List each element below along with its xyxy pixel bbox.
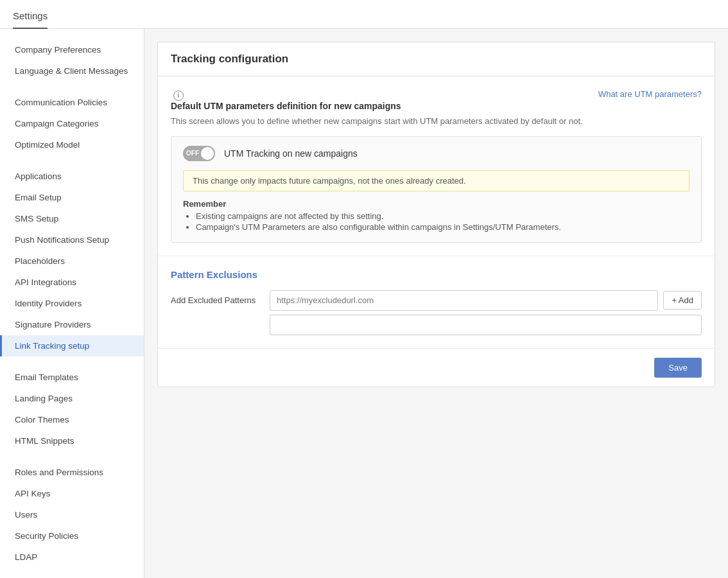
toggle-knob bbox=[201, 147, 214, 160]
sidebar-item-security-policies[interactable]: Security Policies bbox=[0, 525, 144, 547]
content-header: Tracking configuration bbox=[158, 42, 715, 76]
remember-box: Remember Existing campaigns are not affe… bbox=[183, 199, 689, 232]
utm-toggle[interactable]: OFF bbox=[183, 146, 215, 161]
sidebar: Company Preferences Language & Client Me… bbox=[0, 29, 144, 578]
sidebar-divider-3 bbox=[0, 155, 144, 166]
remember-title: Remember bbox=[183, 199, 689, 209]
sidebar-item-sms-setup[interactable]: SMS Setup bbox=[0, 208, 144, 229]
remember-item-2: Campaign's UTM Parameters are also confi… bbox=[196, 222, 689, 232]
sidebar-item-roles-and-permissions[interactable]: Roles and Permissions bbox=[0, 462, 144, 483]
info-icon: i bbox=[173, 91, 184, 101]
top-bar-title: Settings bbox=[13, 10, 48, 29]
sidebar-divider-1 bbox=[0, 29, 144, 39]
sidebar-divider-4 bbox=[0, 356, 144, 367]
toggle-off-label: OFF bbox=[186, 150, 199, 157]
content-card: Tracking configuration What are UTM para… bbox=[157, 42, 715, 387]
top-bar: Settings bbox=[0, 0, 728, 29]
toggle-text: UTM Tracking on new campaigns bbox=[224, 148, 358, 159]
sidebar-item-communication-policies[interactable]: Communication Policies bbox=[0, 92, 144, 113]
toggle-area: OFF UTM Tracking on new campaigns This c… bbox=[171, 136, 702, 243]
pattern-row: Add Excluded Patterns + Add bbox=[171, 290, 702, 335]
warning-box: This change only impacts future campaign… bbox=[183, 170, 689, 191]
sidebar-item-color-themes[interactable]: Color Themes bbox=[0, 409, 144, 430]
sidebar-divider-5 bbox=[0, 451, 144, 462]
pattern-exclusions-section: Pattern Exclusions Add Excluded Patterns… bbox=[158, 256, 715, 348]
utm-section-desc: This screen allows you to define whether… bbox=[171, 116, 702, 126]
sidebar-item-email-templates[interactable]: Email Templates bbox=[0, 367, 144, 388]
sidebar-item-landing-pages[interactable]: Landing Pages bbox=[0, 388, 144, 409]
pattern-label: Add Excluded Patterns bbox=[171, 290, 261, 305]
remember-item-1: Existing campaigns are not affected by t… bbox=[196, 211, 689, 221]
sidebar-item-html-snippets[interactable]: HTML Snippets bbox=[0, 430, 144, 451]
sidebar-item-placeholders[interactable]: Placeholders bbox=[0, 250, 144, 272]
sidebar-item-link-tracking-setup[interactable]: Link Tracking setup bbox=[0, 335, 144, 356]
utm-help-link[interactable]: What are UTM parameters? bbox=[598, 89, 702, 99]
sidebar-item-ldap[interactable]: LDAP bbox=[0, 547, 144, 568]
sidebar-item-identity-providers[interactable]: Identity Providers bbox=[0, 293, 144, 314]
sidebar-item-api-keys[interactable]: API Keys bbox=[0, 483, 144, 504]
sidebar-item-applications[interactable]: Applications bbox=[0, 166, 144, 187]
sidebar-item-company-preferences[interactable]: Company Preferences bbox=[0, 39, 144, 60]
sidebar-divider-2 bbox=[0, 82, 144, 92]
sidebar-item-language-client-messages[interactable]: Language & Client Messages bbox=[0, 60, 144, 82]
add-button[interactable]: + Add bbox=[663, 291, 702, 310]
sidebar-item-api-integrations[interactable]: API Integrations bbox=[0, 272, 144, 293]
pattern-inputs: + Add bbox=[270, 290, 702, 335]
sidebar-divider-6 bbox=[0, 568, 144, 578]
excluded-url-input[interactable] bbox=[270, 290, 658, 311]
sidebar-item-campaign-categories[interactable]: Campaign Categories bbox=[0, 113, 144, 134]
empty-input-row bbox=[270, 315, 702, 335]
main-content: Tracking configuration What are UTM para… bbox=[144, 29, 728, 578]
remember-list: Existing campaigns are not affected by t… bbox=[183, 211, 689, 232]
sidebar-item-push-notifications-setup[interactable]: Push Notifications Setup bbox=[0, 229, 144, 250]
save-button[interactable]: Save bbox=[654, 358, 702, 378]
page-title: Tracking configuration bbox=[171, 53, 702, 66]
pattern-input-row-1: + Add bbox=[270, 290, 702, 311]
sidebar-item-users[interactable]: Users bbox=[0, 504, 144, 525]
sidebar-item-optimized-model[interactable]: Optimized Model bbox=[0, 134, 144, 155]
sidebar-item-signature-providers[interactable]: Signature Providers bbox=[0, 314, 144, 335]
toggle-row: OFF UTM Tracking on new campaigns bbox=[183, 146, 689, 161]
layout: Company Preferences Language & Client Me… bbox=[0, 29, 728, 578]
utm-section-title: Default UTM parameters definition for ne… bbox=[171, 101, 702, 111]
sidebar-item-email-setup[interactable]: Email Setup bbox=[0, 187, 144, 208]
utm-section: What are UTM parameters? i Default UTM p… bbox=[158, 76, 715, 256]
pattern-exclusions-title: Pattern Exclusions bbox=[171, 269, 702, 280]
content-footer: Save bbox=[158, 348, 715, 387]
